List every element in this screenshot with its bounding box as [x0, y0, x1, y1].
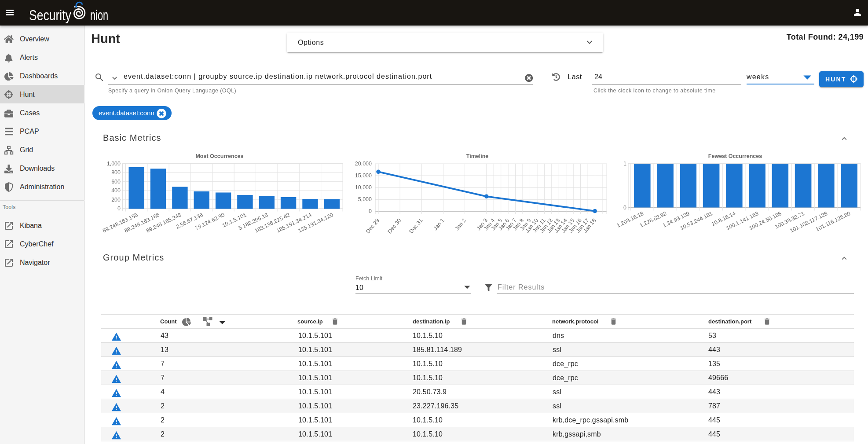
svg-text:Most Occurrences: Most Occurrences	[195, 153, 243, 159]
svg-text:1: 1	[623, 161, 626, 167]
svg-text:0: 0	[369, 208, 372, 214]
svg-text:Fewest Occurrences: Fewest Occurrences	[708, 153, 762, 159]
svg-text:20,000: 20,000	[355, 161, 372, 167]
svg-text:Dec 30: Dec 30	[386, 217, 402, 235]
svg-text:Dec 31: Dec 31	[408, 217, 424, 235]
svg-text:600: 600	[111, 179, 121, 185]
svg-text:200: 200	[111, 197, 121, 203]
svg-text:800: 800	[111, 169, 121, 176]
svg-text:0: 0	[117, 205, 121, 212]
svg-text:Timeline: Timeline	[466, 153, 489, 159]
svg-text:0: 0	[623, 205, 626, 211]
svg-text:400: 400	[111, 187, 121, 194]
svg-text:Jan 1: Jan 1	[432, 217, 445, 231]
svg-text:5,000: 5,000	[358, 196, 372, 202]
svg-text:10,000: 10,000	[355, 184, 372, 191]
svg-text:15,000: 15,000	[355, 172, 372, 179]
svg-text:Jan 2: Jan 2	[454, 217, 467, 231]
svg-text:Dec 29: Dec 29	[365, 217, 381, 235]
svg-text:1,000: 1,000	[107, 161, 121, 167]
svg-text:89.248.163.155: 89.248.163.155	[102, 212, 139, 234]
